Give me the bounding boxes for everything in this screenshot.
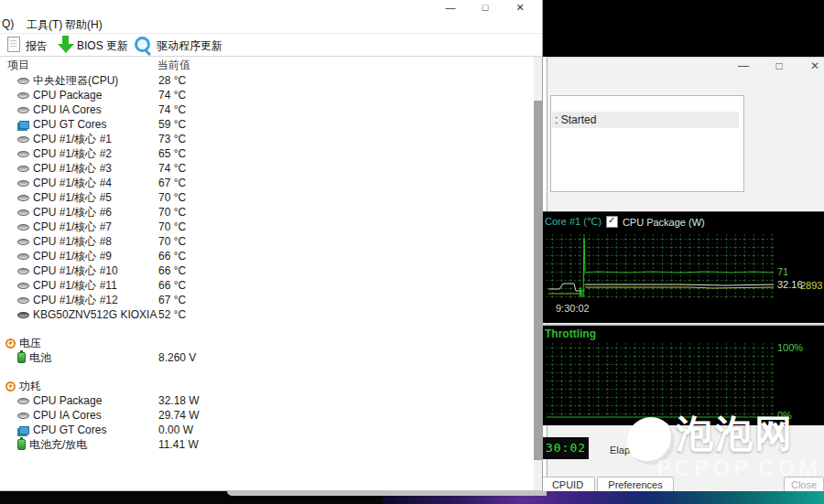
temp-icon xyxy=(17,180,29,187)
menu-item-help[interactable]: 帮助(H) xyxy=(65,17,103,33)
sensor-value: 74 °C xyxy=(158,103,186,116)
max-label: 100% xyxy=(777,342,803,353)
sensor-row[interactable]: CPU #1/核心 #1066 °C xyxy=(0,263,531,278)
section-header: 电压 xyxy=(0,336,531,350)
section-title: 功耗 xyxy=(19,379,41,394)
status-list-item[interactable]: : Started xyxy=(552,112,739,128)
list-gap xyxy=(0,322,531,336)
driver-update-button[interactable]: 驱动程序更新 xyxy=(157,38,222,54)
sensor-window-controls: — □ ✕ xyxy=(445,0,526,15)
legend-core-label: Core #1 (℃) xyxy=(545,216,602,228)
freq-value-label: 2893 xyxy=(800,280,822,291)
sensor-window: — □ ✕ Q) 工具(T) 帮助(H) 报告 BIOS 更新 驱动程序更新 项… xyxy=(0,0,543,491)
sensor-row[interactable]: CPU Package32.18 W xyxy=(0,393,531,408)
minimize-icon[interactable]: — xyxy=(738,59,749,72)
battery-icon xyxy=(17,439,26,450)
temp-icon xyxy=(17,283,29,289)
time-axis-label: 9:30:02 xyxy=(556,303,590,314)
temp-icon xyxy=(17,151,29,157)
sensor-row[interactable]: KBG50ZNV512G KIOXIA52 °C xyxy=(0,307,531,322)
sensor-value: 74 °C xyxy=(158,89,186,102)
sensor-label: 电池充/放电 xyxy=(29,437,87,453)
power-section-icon xyxy=(5,381,16,391)
temp-icon xyxy=(17,136,29,143)
sensor-label: CPU GT Cores xyxy=(33,118,106,131)
sensor-row[interactable]: CPU GT Cores59 °C xyxy=(0,117,531,132)
maximize-icon[interactable]: □ xyxy=(774,59,785,72)
minimize-icon[interactable]: — xyxy=(445,2,456,13)
elapsed-label: Elaps xyxy=(610,445,635,456)
sensor-value: 66 °C xyxy=(158,250,186,263)
throttling-graph: 100% 0% xyxy=(543,339,824,425)
desktop-black-region xyxy=(543,0,824,57)
item-column-header[interactable]: 项目 xyxy=(7,58,29,73)
toolbar: 报告 BIOS 更新 驱动程序更新 xyxy=(0,33,542,57)
sensor-value: 70 °C xyxy=(158,191,186,204)
cpu-package-checkbox[interactable] xyxy=(606,216,618,228)
sensor-label: CPU #1/核心 #2 xyxy=(33,146,112,162)
sensor-label: 电池 xyxy=(29,350,51,366)
sensor-value: 65 °C xyxy=(158,147,186,160)
sensor-value: 73 °C xyxy=(158,133,186,145)
scrollbar-thumb[interactable] xyxy=(534,101,542,460)
temp-icon xyxy=(17,224,29,231)
sensor-row[interactable]: CPU #1/核心 #570 °C xyxy=(0,190,531,205)
sensor-value: 32.18 W xyxy=(158,394,200,407)
temp-value-label: 71 xyxy=(777,266,788,277)
sensor-row[interactable]: 电池充/放电11.41 W xyxy=(0,437,531,452)
sensor-row[interactable]: CPU #1/核心 #1166 °C xyxy=(0,278,531,293)
download-arrow-icon[interactable] xyxy=(58,36,74,53)
close-icon[interactable]: ✕ xyxy=(809,59,820,72)
temp-icon xyxy=(17,209,29,216)
sensor-value: 67 °C xyxy=(158,294,186,306)
sensor-label: CPU Package xyxy=(33,89,102,102)
temp-icon xyxy=(17,166,29,172)
maximize-icon[interactable]: □ xyxy=(480,2,491,13)
menu-item-clipped[interactable]: Q) xyxy=(2,17,14,30)
sensor-value: 28 °C xyxy=(158,74,186,87)
sensor-row[interactable]: CPU #1/核心 #173 °C xyxy=(0,132,531,146)
list-gap xyxy=(0,365,531,379)
sensor-row[interactable]: 电池8.260 V xyxy=(0,350,531,365)
sensor-row[interactable]: CPU #1/核心 #1267 °C xyxy=(0,293,531,307)
sensor-row[interactable]: 中央处理器(CPU)28 °C xyxy=(0,73,531,88)
status-listbox: : Started xyxy=(550,95,744,192)
cpu-graph: 71 32.16 2893 9:30:02 xyxy=(543,231,824,323)
sensor-value: 66 °C xyxy=(158,264,186,277)
sensor-row[interactable]: CPU #1/核心 #966 °C xyxy=(0,249,531,263)
sensor-row[interactable]: CPU #1/核心 #467 °C xyxy=(0,176,531,190)
sensor-row[interactable]: CPU #1/核心 #374 °C xyxy=(0,161,531,176)
cpu-graph-panel: Core #1 (℃) CPU Package (W) 71 32.16 289… xyxy=(543,211,824,323)
report-button[interactable]: 报告 xyxy=(26,38,48,54)
sensor-row[interactable]: CPU #1/核心 #265 °C xyxy=(0,146,531,161)
value-column-header[interactable]: 当前值 xyxy=(157,58,190,73)
sensor-label: CPU GT Cores xyxy=(33,424,106,436)
sensor-row[interactable]: CPU IA Cores29.74 W xyxy=(0,408,531,423)
section-header: 功耗 xyxy=(0,379,531,393)
sensor-row[interactable]: CPU IA Cores74 °C xyxy=(0,102,531,117)
temp-icon xyxy=(17,297,29,304)
sensor-list: 中央处理器(CPU)28 °CCPU Package74 °CCPU IA Co… xyxy=(0,73,531,452)
sensor-row[interactable]: CPU Package74 °C xyxy=(0,88,531,102)
sensor-value: 66 °C xyxy=(158,279,186,292)
sensor-label: CPU #1/核心 #11 xyxy=(33,278,117,294)
search-icon[interactable] xyxy=(135,37,150,52)
sensor-value: 70 °C xyxy=(158,220,186,233)
sensor-row[interactable]: CPU #1/核心 #870 °C xyxy=(0,234,531,249)
vertical-scrollbar[interactable] xyxy=(534,57,542,490)
report-icon[interactable] xyxy=(7,37,20,52)
graph-grid xyxy=(547,342,774,418)
sensor-label: CPU IA Cores xyxy=(33,409,102,422)
sensor-label: CPU Package xyxy=(33,394,102,407)
sensor-label: CPU #1/核心 #8 xyxy=(33,234,112,250)
sensor-label: CPU #1/核心 #9 xyxy=(33,249,112,264)
sensor-row[interactable]: CPU GT Cores0.00 W xyxy=(0,423,531,437)
sensor-label: CPU #1/核心 #12 xyxy=(33,293,118,308)
temp-icon xyxy=(17,239,29,245)
sensor-value: 0.00 W xyxy=(158,424,193,436)
close-icon[interactable]: ✕ xyxy=(515,2,526,14)
sensor-row[interactable]: CPU #1/核心 #770 °C xyxy=(0,220,531,234)
menu-item-tools[interactable]: 工具(T) xyxy=(27,17,62,33)
bios-update-button[interactable]: BIOS 更新 xyxy=(77,38,128,54)
sensor-row[interactable]: CPU #1/核心 #670 °C xyxy=(0,205,531,220)
